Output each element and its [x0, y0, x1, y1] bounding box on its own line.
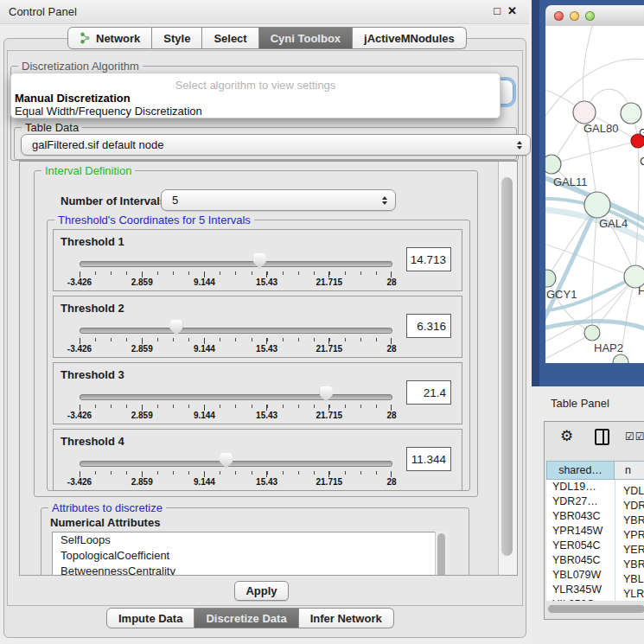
close-panel-icon[interactable]: ✕	[507, 4, 517, 17]
threshold-4-value-field[interactable]: 11.344	[406, 447, 451, 471]
svg-text:GCY1: GCY1	[546, 288, 577, 301]
network-view-frame-edge	[532, 0, 539, 386]
cyni-mode-tabs: Impute Data Discretize Data Infer Networ…	[106, 608, 394, 628]
threshold-3-label: Threshold 3	[61, 368, 124, 381]
list-item[interactable]: SelfLoops	[53, 532, 436, 548]
column-divider	[615, 480, 615, 601]
thresholds-group-title: Threshold's Coordinates for 5 Intervals	[54, 214, 254, 226]
float-window-icon[interactable]: □	[494, 4, 501, 17]
svg-text:GAL11: GAL11	[553, 175, 588, 188]
dropdown-prompt: Select algorithm to view settings	[11, 79, 500, 92]
tab-discretize-data[interactable]: Discretize Data	[194, 608, 298, 628]
table-row[interactable]: YIL052CYIL0	[546, 597, 644, 601]
threshold-3-value-field[interactable]: 21.4	[406, 380, 451, 405]
threshold-1-slider-thumb[interactable]	[253, 253, 266, 269]
settings-vertical-scrollbar[interactable]	[498, 162, 517, 575]
svg-text:GAL80: GAL80	[583, 122, 618, 135]
table-panel-box: ⚙ ☑☑ shared… n YDL19…YDL1 YDR27…YDR2 YBR…	[544, 421, 644, 620]
zoom-window-icon[interactable]	[585, 11, 595, 21]
column-header-name[interactable]: n	[615, 461, 644, 480]
node-gcy1[interactable]	[545, 270, 556, 287]
table-row[interactable]: YBL079WYBL0	[546, 568, 644, 583]
node-top-right[interactable]	[621, 103, 641, 124]
threshold-3-slider-thumb[interactable]	[320, 386, 333, 402]
node-gal4[interactable]	[584, 192, 610, 218]
svg-text:C: C	[640, 155, 644, 168]
tab-style[interactable]: Style	[152, 27, 202, 49]
table-row[interactable]: YPR145WYPR1	[546, 524, 644, 539]
number-of-intervals-combobox[interactable]: 5	[161, 189, 396, 211]
threshold-4-label: Threshold 4	[61, 435, 124, 448]
close-window-icon[interactable]	[554, 11, 564, 21]
column-header-shared-name[interactable]: shared…	[546, 461, 615, 480]
tab-network[interactable]: Network	[67, 27, 152, 49]
table-row[interactable]: YDL19…YDL1	[546, 480, 644, 494]
node-table[interactable]: YDL19…YDL1 YDR27…YDR2 YBR043CYBR0 YPR145…	[546, 480, 644, 601]
threshold-2-panel: Threshold 2 -3.426 2.859 9.144 15.43 21.…	[53, 296, 462, 358]
slider-tick-labels: -3.426 2.859 9.144 15.43 21.715 28	[80, 277, 392, 288]
slider-major-ticks	[80, 338, 392, 344]
tab-cyni-toolbox[interactable]: Cyni Toolbox	[259, 27, 353, 49]
attributes-list-scrollbar[interactable]	[435, 532, 448, 576]
tab-select[interactable]: Select	[202, 27, 258, 49]
control-panel-tabs: Network Style Select Cyni Toolbox jActiv…	[67, 27, 467, 49]
control-panel-titlebar: Control Panel □ ✕	[0, 0, 529, 24]
attributes-group: Attributes to discretize Numerical Attri…	[41, 507, 469, 576]
table-panel: Table Panel ⚙ ☑☑ shared… n YDL19…YDL1 YD…	[532, 386, 644, 644]
network-window-titlebar[interactable]	[545, 5, 644, 27]
split-columns-icon[interactable]	[595, 429, 609, 445]
node-gal80[interactable]	[573, 101, 596, 124]
table-row[interactable]: YBR045CYBR0	[546, 553, 644, 568]
gear-icon[interactable]: ⚙	[560, 427, 573, 445]
list-item[interactable]: BetweennessCentrality	[53, 564, 436, 576]
svg-text:HAP2: HAP2	[594, 341, 623, 354]
svg-text:GAL4: GAL4	[599, 217, 628, 230]
dropdown-option-manual[interactable]: Manual Discretization	[15, 92, 131, 105]
threshold-1-label: Threshold 1	[61, 235, 124, 248]
node-hap2[interactable]	[584, 325, 600, 341]
combo-arrows-icon	[382, 196, 387, 205]
table-row[interactable]: YDR27…YDR2	[546, 494, 644, 509]
slider-tick-labels: -3.426 2.859 9.144 15.43 21.715 28	[80, 477, 392, 488]
discretization-algorithm-title: Discretization Algorithm	[18, 60, 143, 73]
table-horizontal-scrollbar[interactable]	[548, 605, 644, 613]
threshold-2-value-field[interactable]: 6.316	[406, 314, 451, 338]
network-icon	[80, 32, 91, 44]
table-row[interactable]: YBR043CYBR0	[546, 509, 644, 524]
svg-text:H: H	[638, 284, 644, 297]
slider-major-ticks	[80, 405, 392, 411]
table-data-title: Table Data	[22, 121, 82, 134]
tab-impute-data[interactable]: Impute Data	[106, 608, 194, 628]
apply-button[interactable]: Apply	[234, 581, 289, 601]
slider-major-ticks	[80, 471, 392, 477]
threshold-2-slider-thumb[interactable]	[169, 320, 182, 335]
threshold-1-panel: Threshold 1 -3.426 2.859 9.144 15.43 21.…	[53, 229, 462, 291]
minimize-window-icon[interactable]	[570, 11, 579, 21]
threshold-3-panel: Threshold 3 -3.426 2.859 9.144 15.43 21.…	[53, 362, 462, 424]
threshold-2-label: Threshold 2	[61, 302, 124, 315]
panel-title: Control Panel	[9, 5, 77, 18]
tab-infer-network[interactable]: Infer Network	[299, 608, 394, 628]
number-of-intervals-label: Number of Intervals	[61, 194, 166, 207]
list-item[interactable]: TopologicalCoefficient	[53, 548, 436, 564]
network-canvas[interactable]: GAL80 GA C GAL11 GAL4 GCY1 H HAP2	[545, 26, 644, 363]
node-gal11[interactable]	[545, 155, 561, 174]
attributes-group-title: Attributes to discretize	[48, 501, 166, 514]
numerical-attributes-list[interactable]: SelfLoops TopologicalCoefficient Between…	[52, 532, 437, 576]
node-bottom[interactable]	[613, 354, 628, 363]
table-row[interactable]: YER054CYER0	[546, 539, 644, 553]
table-row[interactable]: YLR345WYLR3	[546, 583, 644, 597]
combo-arrows-icon	[517, 141, 522, 150]
algorithm-dropdown-popup: Select algorithm to view settings Manual…	[10, 73, 501, 118]
settings-scroll-viewport: Interval Definition Number of Intervals …	[19, 161, 518, 576]
table-data-combobox[interactable]: galFiltered.sif default node	[21, 134, 531, 156]
svg-text:GA: GA	[639, 126, 644, 139]
slider-tick-labels: -3.426 2.859 9.144 15.43 21.715 28	[80, 411, 392, 421]
threshold-1-value-field[interactable]: 14.713	[406, 247, 451, 271]
threshold-4-slider-thumb[interactable]	[220, 453, 233, 469]
checkbox-columns-icon[interactable]: ☑☑	[625, 430, 644, 443]
dropdown-option-equal-width[interactable]: Equal Width/Frequency Discretization	[15, 105, 202, 118]
interval-definition-title: Interval Definition	[41, 164, 135, 177]
tab-jactivemnodules[interactable]: jActiveMNodules	[353, 27, 467, 49]
thresholds-group: Threshold's Coordinates for 5 Intervals …	[47, 220, 470, 491]
